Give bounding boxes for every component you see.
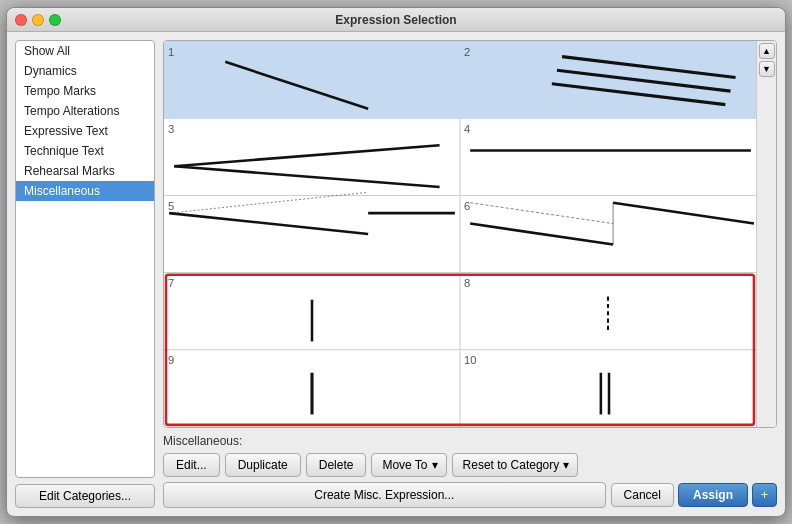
titlebar: Expression Selection [7,8,785,32]
category-label: Miscellaneous: [163,434,777,448]
sidebar-item-tempo-alterations[interactable]: Tempo Alterations [16,101,154,121]
svg-line-20 [174,145,439,166]
delete-button[interactable]: Delete [306,453,367,477]
close-button[interactable] [15,14,27,26]
svg-line-29 [470,203,613,224]
move-to-label: Move To [382,458,427,472]
action-buttons-row: Edit... Duplicate Delete Move To ▾ Reset… [163,453,777,477]
svg-text:10: 10 [464,354,476,366]
sidebar-item-technique-text[interactable]: Technique Text [16,141,154,161]
move-to-chevron-icon: ▾ [432,458,438,472]
main-area: 1 2 3 4 5 6 7 8 9 10 [163,40,777,508]
svg-text:5: 5 [168,200,174,212]
sidebar-item-rehearsal-marks[interactable]: Rehearsal Marks [16,161,154,181]
svg-line-23 [169,213,368,234]
minimize-button[interactable] [32,14,44,26]
svg-rect-5 [164,41,756,118]
scroll-up-button[interactable]: ▲ [759,43,775,59]
reset-chevron-icon: ▾ [563,458,569,472]
maximize-button[interactable] [49,14,61,26]
duplicate-button[interactable]: Duplicate [225,453,301,477]
sidebar-item-expressive-text[interactable]: Expressive Text [16,121,154,141]
sidebar-item-show-all[interactable]: Show All [16,41,154,61]
reset-to-category-button[interactable]: Reset to Category ▾ [452,453,579,477]
grid-canvas: 1 2 3 4 5 6 7 8 9 10 [164,41,756,427]
sidebar-item-dynamics[interactable]: Dynamics [16,61,154,81]
svg-text:7: 7 [168,277,174,289]
svg-text:3: 3 [168,123,174,135]
canvas-scrollbar: ▲ ▼ [756,41,776,427]
svg-text:6: 6 [464,200,470,212]
svg-line-21 [174,166,439,187]
window-title: Expression Selection [335,13,456,27]
create-misc-button[interactable]: Create Misc. Expression... [163,482,606,508]
scroll-down-button[interactable]: ▼ [759,61,775,77]
svg-text:9: 9 [168,354,174,366]
category-list[interactable]: Show All Dynamics Tempo Marks Tempo Alte… [15,40,155,478]
content-area: Show All Dynamics Tempo Marks Tempo Alte… [7,32,785,516]
canvas-svg: 1 2 3 4 5 6 7 8 9 10 [164,41,756,427]
expression-canvas[interactable]: 1 2 3 4 5 6 7 8 9 10 [163,40,777,428]
edit-categories-button[interactable]: Edit Categories... [15,484,155,508]
edit-button[interactable]: Edit... [163,453,220,477]
sidebar-item-tempo-marks[interactable]: Tempo Marks [16,81,154,101]
plus-button[interactable]: + [752,483,777,507]
expression-selection-window: Expression Selection Show All Dynamics T… [6,7,786,517]
bottom-bar: Miscellaneous: Edit... Duplicate Delete … [163,434,777,508]
svg-text:8: 8 [464,277,470,289]
window-controls [15,14,61,26]
create-cancel-assign-row: Create Misc. Expression... Cancel Assign… [163,482,777,508]
move-to-button[interactable]: Move To ▾ [371,453,446,477]
svg-line-26 [470,224,613,245]
svg-text:1: 1 [168,45,174,57]
cancel-button[interactable]: Cancel [611,483,674,507]
sidebar-item-miscellaneous[interactable]: Miscellaneous [16,181,154,201]
assign-button[interactable]: Assign [678,483,748,507]
svg-text:2: 2 [464,45,470,57]
sidebar: Show All Dynamics Tempo Marks Tempo Alte… [15,40,155,508]
reset-label: Reset to Category [463,458,560,472]
svg-text:4: 4 [464,123,470,135]
svg-line-28 [613,203,754,224]
right-action-group: Cancel Assign + [611,483,777,507]
